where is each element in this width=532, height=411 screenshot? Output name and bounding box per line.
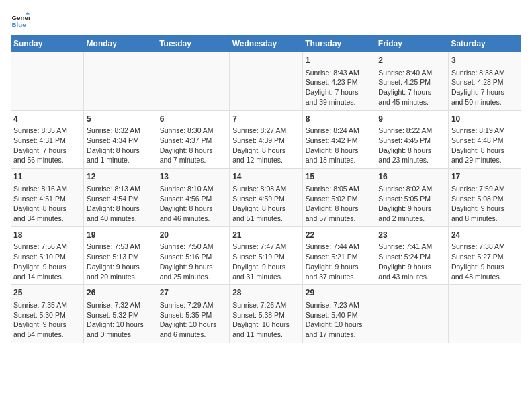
day-cell: 6Sunrise: 8:30 AMSunset: 4:37 PMDaylight… — [157, 110, 230, 169]
day-cell: 10Sunrise: 8:19 AMSunset: 4:48 PMDayligh… — [448, 110, 521, 169]
day-cell: 19Sunrise: 7:53 AMSunset: 5:13 PMDayligh… — [84, 226, 157, 285]
day-info-line: Daylight: 8 hours — [13, 203, 81, 214]
day-number: 17 — [451, 171, 519, 183]
day-cell: 17Sunrise: 7:59 AMSunset: 5:08 PMDayligh… — [448, 169, 521, 227]
day-info-line: Sunset: 5:21 PM — [306, 252, 373, 262]
week-row-4: 18Sunrise: 7:56 AMSunset: 5:10 PMDayligh… — [11, 226, 521, 285]
day-info-line: Sunset: 5:16 PM — [160, 252, 227, 262]
day-cell: 2Sunrise: 8:40 AMSunset: 4:25 PMDaylight… — [375, 52, 449, 110]
day-info-line: Sunset: 5:38 PM — [232, 310, 300, 320]
day-info-line: Sunset: 5:13 PM — [87, 252, 154, 262]
day-info-line: and 39 minutes. — [306, 97, 373, 107]
day-info-line: Sunrise: 7:29 AM — [160, 300, 227, 310]
day-info-line: Sunset: 4:25 PM — [378, 77, 445, 87]
day-number: 22 — [306, 230, 373, 241]
day-info-line: and 31 minutes. — [232, 272, 300, 282]
day-info-line: Sunrise: 8:08 AM — [232, 184, 300, 194]
day-info-line: Sunset: 4:45 PM — [378, 136, 445, 146]
day-info-line: Sunrise: 8:32 AM — [87, 126, 154, 136]
day-info-line: Daylight: 9 hours — [378, 203, 445, 214]
day-number: 21 — [232, 230, 300, 241]
day-info-line: Sunrise: 7:41 AM — [378, 242, 445, 252]
day-info-line: Sunset: 4:23 PM — [306, 77, 373, 87]
day-number: 3 — [451, 55, 519, 66]
header-cell-sunday: Sunday — [11, 35, 84, 52]
day-number: 29 — [306, 287, 373, 299]
day-info-line: Sunset: 5:08 PM — [451, 194, 519, 204]
day-number: 20 — [160, 230, 227, 241]
day-info-line: Sunrise: 8:10 AM — [160, 184, 227, 194]
day-info-line: and 1 minute. — [87, 155, 154, 165]
day-info-line: Daylight: 8 hours — [306, 203, 373, 214]
week-row-5: 25Sunrise: 7:35 AMSunset: 5:30 PMDayligh… — [11, 285, 521, 343]
logo-icon: General Blue — [11, 11, 30, 30]
day-info-line: Sunset: 4:59 PM — [232, 194, 300, 204]
day-info-line: Daylight: 8 hours — [232, 146, 300, 156]
day-info-line: Daylight: 8 hours — [160, 146, 227, 156]
day-number: 10 — [451, 113, 519, 125]
day-info-line: and 57 minutes. — [306, 214, 373, 224]
day-info-line: and 14 minutes. — [13, 272, 81, 282]
day-cell: 7Sunrise: 8:27 AMSunset: 4:39 PMDaylight… — [230, 110, 303, 169]
day-info-line: Daylight: 9 hours — [306, 262, 373, 272]
day-number: 6 — [160, 113, 227, 125]
day-number: 18 — [13, 230, 81, 241]
day-info-line: Sunrise: 8:05 AM — [306, 184, 373, 194]
day-info-line: Daylight: 7 hours — [378, 87, 445, 97]
day-number: 26 — [87, 287, 154, 299]
day-info-line: Sunrise: 7:38 AM — [451, 242, 519, 252]
day-info-line: and 0 minutes. — [87, 330, 154, 340]
day-number: 13 — [160, 171, 227, 183]
day-info-line: Sunrise: 8:43 AM — [306, 68, 373, 78]
day-info-line: Daylight: 9 hours — [13, 320, 81, 330]
day-cell — [448, 285, 521, 343]
day-number: 24 — [451, 230, 519, 241]
day-info-line: and 6 minutes. — [160, 330, 227, 340]
day-cell: 29Sunrise: 7:23 AMSunset: 5:40 PMDayligh… — [302, 285, 375, 343]
day-info-line: Sunrise: 7:26 AM — [232, 300, 300, 310]
day-info-line: Sunrise: 7:35 AM — [13, 300, 81, 310]
day-info-line: and 37 minutes. — [306, 272, 373, 282]
day-info-line: Daylight: 7 hours — [451, 87, 519, 97]
day-cell: 5Sunrise: 8:32 AMSunset: 4:34 PMDaylight… — [84, 110, 157, 169]
day-info-line: Sunset: 4:28 PM — [451, 77, 519, 87]
day-info-line: and 54 minutes. — [13, 330, 81, 340]
day-info-line: Daylight: 8 hours — [306, 146, 373, 156]
day-cell: 23Sunrise: 7:41 AMSunset: 5:24 PMDayligh… — [375, 226, 449, 285]
calendar-table: SundayMondayTuesdayWednesdayThursdayFrid… — [11, 35, 521, 343]
day-info-line: Daylight: 9 hours — [13, 262, 81, 272]
day-info-line: Sunrise: 8:19 AM — [451, 126, 519, 136]
day-cell — [84, 52, 157, 110]
day-info-line: Daylight: 8 hours — [378, 146, 445, 156]
day-number: 16 — [378, 171, 445, 183]
day-cell: 11Sunrise: 8:16 AMSunset: 4:51 PMDayligh… — [11, 169, 84, 227]
day-info-line: and 29 minutes. — [451, 155, 519, 165]
day-info-line: and 18 minutes. — [306, 155, 373, 165]
logo: General Blue — [11, 11, 32, 30]
day-cell: 14Sunrise: 8:08 AMSunset: 4:59 PMDayligh… — [230, 169, 303, 227]
day-info-line: Daylight: 10 hours — [306, 320, 373, 330]
day-info-line: and 20 minutes. — [87, 272, 154, 282]
day-info-line: Sunrise: 7:32 AM — [87, 300, 154, 310]
day-cell: 22Sunrise: 7:44 AMSunset: 5:21 PMDayligh… — [302, 226, 375, 285]
day-cell: 3Sunrise: 8:38 AMSunset: 4:28 PMDaylight… — [448, 52, 521, 110]
day-cell: 21Sunrise: 7:47 AMSunset: 5:19 PMDayligh… — [230, 226, 303, 285]
day-cell: 20Sunrise: 7:50 AMSunset: 5:16 PMDayligh… — [157, 226, 230, 285]
day-number: 25 — [13, 287, 81, 299]
day-info-line: Sunrise: 8:27 AM — [232, 126, 300, 136]
day-number: 23 — [378, 230, 445, 241]
day-info-line: Sunrise: 7:44 AM — [306, 242, 373, 252]
day-info-line: Daylight: 7 hours — [13, 146, 81, 156]
day-info-line: Sunrise: 8:22 AM — [378, 126, 445, 136]
day-cell: 26Sunrise: 7:32 AMSunset: 5:32 PMDayligh… — [84, 285, 157, 343]
day-number: 1 — [306, 55, 373, 66]
day-cell: 8Sunrise: 8:24 AMSunset: 4:42 PMDaylight… — [302, 110, 375, 169]
day-info-line: and 51 minutes. — [232, 214, 300, 224]
day-cell — [11, 52, 84, 110]
day-info-line: and 8 minutes. — [451, 214, 519, 224]
day-info-line: Sunrise: 7:23 AM — [306, 300, 373, 310]
day-cell — [375, 285, 449, 343]
svg-text:Blue: Blue — [11, 21, 26, 28]
day-number: 2 — [378, 55, 445, 66]
day-cell: 4Sunrise: 8:35 AMSunset: 4:31 PMDaylight… — [11, 110, 84, 169]
